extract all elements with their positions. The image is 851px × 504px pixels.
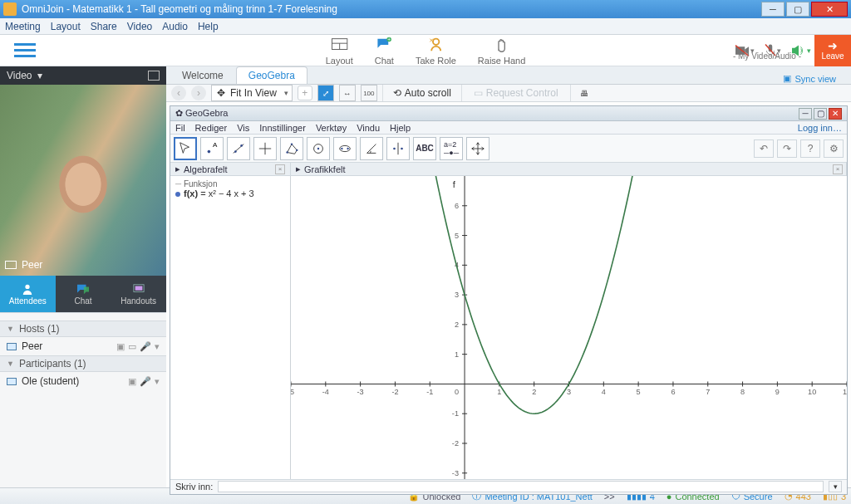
maximize-button[interactable]: ▢ xyxy=(786,2,809,17)
graphics-panel[interactable]: -5-4-3-2-11234567891011-3-2-11234560f xyxy=(291,176,847,479)
hosts-header[interactable]: ▼Hosts (1) xyxy=(0,321,166,337)
svg-text:6: 6 xyxy=(455,202,459,210)
screen-icon[interactable]: ▭ xyxy=(128,341,136,352)
function-entry[interactable]: f(x) = x² − 4 x + 3 xyxy=(175,188,285,198)
tool-slider[interactable]: a=2─●─ xyxy=(440,137,463,160)
gg-menu-fil[interactable]: Fil xyxy=(175,123,185,133)
svg-text:A: A xyxy=(213,141,218,149)
nav-fwd[interactable]: › xyxy=(191,86,206,100)
svg-text:4: 4 xyxy=(602,388,606,396)
graphics-panel-header[interactable]: ▸ Grafikkfelt× xyxy=(291,163,847,175)
geogebra-title: GeoGebra xyxy=(185,108,228,118)
tool-angle[interactable] xyxy=(360,137,383,160)
participants-header[interactable]: ▼Participants (1) xyxy=(0,355,166,372)
sidebar-attendees[interactable]: Attendees xyxy=(0,276,56,312)
svg-point-20 xyxy=(286,151,288,153)
tab-welcome[interactable]: Welcome xyxy=(170,66,236,84)
popout-icon[interactable] xyxy=(148,71,160,81)
request-control-button[interactable]: ▭ Request Control xyxy=(467,87,565,99)
gg-menu-rediger[interactable]: Rediger xyxy=(195,123,228,133)
gg-close[interactable]: ✕ xyxy=(829,108,842,120)
participant-row[interactable]: Ole (student) ▣🎤▾ xyxy=(0,372,166,390)
leave-button[interactable]: ➜Leave xyxy=(814,35,851,66)
help-button[interactable]: ? xyxy=(800,139,820,158)
svg-text:2: 2 xyxy=(455,321,459,329)
tool-line[interactable] xyxy=(227,137,250,160)
zoom-100-button[interactable]: 100 xyxy=(361,85,377,101)
gg-maximize[interactable]: ▢ xyxy=(814,108,827,120)
settings-button[interactable]: ⚙ xyxy=(824,139,844,158)
menu-video[interactable]: Video xyxy=(127,21,152,32)
svg-text:2: 2 xyxy=(532,388,536,396)
tool-movegraph[interactable] xyxy=(466,137,489,160)
tool-circle[interactable] xyxy=(307,137,330,160)
close-icon[interactable]: × xyxy=(275,164,285,174)
mic-muted-icon[interactable]: 🎤 xyxy=(140,376,151,387)
app-icon xyxy=(3,2,17,16)
sidebar-handouts[interactable]: Handouts xyxy=(111,276,166,312)
tool-take-role[interactable]: Take Role xyxy=(416,36,456,66)
auto-scroll-toggle[interactable]: ⟲ Auto scroll xyxy=(388,87,456,99)
menu-meeting[interactable]: Meeting xyxy=(5,21,41,32)
menu-help[interactable]: Help xyxy=(198,21,219,32)
tool-text[interactable]: ABC xyxy=(413,137,436,160)
input-dropdown[interactable]: ▾ xyxy=(829,481,842,492)
menu-share[interactable]: Share xyxy=(91,21,117,32)
print-button[interactable]: 🖶 xyxy=(576,85,593,101)
gg-menu-verktoy[interactable]: Verktøy xyxy=(316,123,347,133)
gg-minimize[interactable]: ─ xyxy=(799,108,812,120)
tool-layout[interactable]: Layout xyxy=(326,36,353,66)
sync-view-button[interactable]: ▣ Sync view xyxy=(783,73,851,84)
svg-text:0: 0 xyxy=(455,388,459,396)
hamburger-button[interactable] xyxy=(0,35,50,66)
tab-geogebra[interactable]: GeoGebra xyxy=(236,66,307,84)
gg-menu-innstillinger[interactable]: Innstillinger xyxy=(259,123,306,133)
gg-menu-vindu[interactable]: Vindu xyxy=(357,123,380,133)
cam-icon[interactable]: ▣ xyxy=(128,376,136,387)
sidebar-chat[interactable]: Chat xyxy=(56,276,111,312)
tool-perpendicular[interactable] xyxy=(253,137,277,160)
tool-reflect[interactable] xyxy=(386,137,410,160)
svg-text:-1: -1 xyxy=(452,409,459,418)
fit-in-view-dropdown[interactable]: ✥ Fit In View xyxy=(211,85,293,101)
left-panel: Video ▾ Peer Attendees Chat Handouts ▼ xyxy=(0,66,166,487)
tool-chat[interactable]: + Chat xyxy=(375,36,394,66)
close-button[interactable]: ✕ xyxy=(811,2,848,17)
tool-point[interactable]: A xyxy=(200,137,224,160)
fit-page-button[interactable]: ⤢ xyxy=(317,85,334,101)
close-icon[interactable]: × xyxy=(833,164,843,174)
algebra-panel: ─ Funksjon f(x) = x² − 4 x + 3 xyxy=(170,176,291,479)
tool-ellipse[interactable] xyxy=(333,137,357,160)
cam-icon[interactable]: ▣ xyxy=(116,341,125,352)
svg-text:7: 7 xyxy=(706,388,710,396)
undo-button[interactable]: ↶ xyxy=(754,139,774,158)
menu-audio[interactable]: Audio xyxy=(162,21,188,32)
svg-text:-3: -3 xyxy=(357,388,364,396)
minimize-button[interactable]: ─ xyxy=(761,2,785,17)
tool-polygon[interactable] xyxy=(280,137,303,160)
command-input[interactable] xyxy=(218,481,824,492)
redo-button[interactable]: ↷ xyxy=(777,139,797,158)
svg-text:-3: -3 xyxy=(452,469,459,477)
chevron-down-icon[interactable]: ▾ xyxy=(155,376,160,387)
svg-text:-2: -2 xyxy=(391,388,398,396)
mic-icon[interactable]: 🎤 xyxy=(140,341,151,352)
add-button[interactable]: + xyxy=(298,86,312,100)
svg-text:5: 5 xyxy=(637,388,641,396)
tool-move[interactable] xyxy=(174,137,197,160)
nav-back[interactable]: ‹ xyxy=(171,86,186,100)
algebra-panel-header[interactable]: ▸ Algebrafelt× xyxy=(170,163,291,175)
main-toolbar: Layout + Chat Take Role Raise Hand ▾ ▾ ▾… xyxy=(0,35,851,66)
svg-text:3: 3 xyxy=(455,291,459,299)
svg-text:11: 11 xyxy=(843,388,847,396)
window-title: OmniJoin - Matematikk 1 - Tall geometri … xyxy=(22,3,761,15)
attendee-list: ▼Hosts (1) Peer ▣▭🎤▾ ▼Participants (1) O… xyxy=(0,321,166,487)
gg-menu-vis[interactable]: Vis xyxy=(237,123,249,133)
fit-width-button[interactable]: ↔ xyxy=(339,85,356,101)
host-row[interactable]: Peer ▣▭🎤▾ xyxy=(0,337,166,355)
tool-raise-hand[interactable]: Raise Hand xyxy=(478,36,525,66)
chevron-down-icon[interactable]: ▾ xyxy=(155,341,160,352)
menu-layout[interactable]: Layout xyxy=(51,21,81,32)
gg-menu-hjelp[interactable]: Hjelp xyxy=(390,123,411,133)
gg-login[interactable]: Logg inn… xyxy=(798,123,842,133)
